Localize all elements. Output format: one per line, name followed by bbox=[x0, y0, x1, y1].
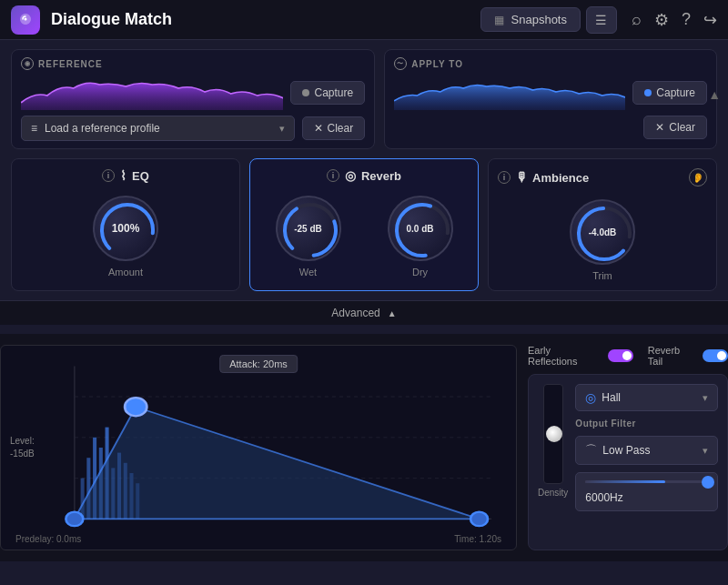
gear-icon[interactable]: ⚙ bbox=[654, 10, 669, 30]
early-reflections-label: Early Reflections bbox=[528, 345, 602, 367]
reference-capture-label: Capture bbox=[314, 86, 353, 99]
help-icon[interactable]: ? bbox=[682, 10, 691, 29]
right-panel: Early Reflections Reverb Tail Density bbox=[528, 345, 728, 550]
eq-knobs: 100% Amount bbox=[21, 196, 230, 277]
filter-chevron-icon: ▾ bbox=[703, 445, 708, 457]
app-title: Dialogue Match bbox=[51, 10, 480, 29]
reverb-wet-value: -25 dB bbox=[294, 224, 322, 234]
freq-track[interactable] bbox=[585, 480, 708, 483]
reverb-wet-knob-bg: -25 dB bbox=[276, 196, 341, 261]
reverb-chart: Attack: 20ms Level: -15dB bbox=[0, 345, 517, 550]
density-slider[interactable] bbox=[543, 384, 563, 484]
snapshots-button[interactable]: ▦ Snapshots bbox=[480, 7, 581, 32]
reference-controls: ≡ Load a reference profile ▾ ✕ Clear bbox=[21, 116, 365, 141]
apply-clear-button[interactable]: ✕ Clear bbox=[643, 116, 707, 139]
attack-badge: Attack: 20ms bbox=[219, 355, 298, 373]
hall-dropdown[interactable]: ◎ Hall ▾ bbox=[575, 384, 718, 411]
ambience-trim-label: Trim bbox=[592, 270, 612, 281]
eq-amount-knob[interactable]: 100% bbox=[93, 196, 158, 261]
snapshots-label: Snapshots bbox=[511, 13, 567, 26]
apply-to-label: 〜 APPLY TO bbox=[394, 57, 707, 70]
ambience-trim-value: -4.0dB bbox=[589, 227, 617, 237]
reverb-info-icon[interactable]: i bbox=[327, 169, 339, 182]
reverb-dry-label: Dry bbox=[412, 267, 428, 277]
capture-dot-active bbox=[644, 89, 652, 96]
listen-icon[interactable]: 👂 bbox=[689, 168, 707, 187]
advanced-toggle[interactable]: Advanced ▲ bbox=[0, 300, 728, 325]
close-icon: ✕ bbox=[314, 122, 323, 135]
apply-capture-button[interactable]: Capture bbox=[632, 81, 707, 105]
early-reflections-toggle[interactable] bbox=[608, 349, 633, 362]
capture-dot bbox=[302, 89, 309, 96]
reference-panel: ◉ REFERENCE bbox=[11, 49, 375, 149]
ambience-header-row: i 🎙 Ambience 👂 bbox=[498, 168, 707, 187]
early-reflections-toggle-group: Early Reflections bbox=[528, 345, 633, 367]
apply-clear-label: Clear bbox=[669, 121, 695, 134]
undo-icon[interactable]: ↩ bbox=[703, 10, 717, 30]
advanced-arrow-icon: ▲ bbox=[388, 308, 397, 318]
ref-apply-row: ◉ REFERENCE bbox=[11, 49, 717, 149]
apply-capture-label: Capture bbox=[656, 86, 695, 99]
ambience-trim-knob[interactable]: -4.0dB bbox=[570, 199, 635, 265]
apply-circle-icon: 〜 bbox=[394, 57, 407, 70]
ambience-module-header: i 🎙 Ambience 👂 bbox=[498, 168, 707, 187]
eq-amount-label: Amount bbox=[108, 267, 143, 277]
reference-clear-button[interactable]: ✕ Clear bbox=[302, 116, 366, 140]
svg-point-26 bbox=[66, 512, 83, 527]
load-profile-dropdown[interactable]: ≡ Load a reference profile ▾ bbox=[21, 116, 295, 141]
reverb-tail-label: Reverb Tail bbox=[648, 345, 697, 367]
svg-point-28 bbox=[470, 512, 488, 527]
apply-section-label: APPLY TO bbox=[411, 59, 463, 69]
reverb-tail-toggle-group: Reverb Tail bbox=[648, 345, 728, 367]
freq-fill bbox=[585, 480, 665, 483]
reverb-tail-toggle[interactable] bbox=[703, 349, 728, 362]
reference-clear-label: Clear bbox=[328, 122, 354, 135]
main-content: ◉ REFERENCE bbox=[0, 40, 728, 334]
eq-amount-group: 100% Amount bbox=[93, 196, 158, 277]
reverb-dry-knob-bg: 0.0 dB bbox=[388, 196, 453, 261]
header: Dialogue Match ▦ Snapshots ☰ ⌕ ⚙ ? ↩ bbox=[0, 0, 728, 40]
ambience-trim-group: -4.0dB Trim bbox=[570, 199, 635, 281]
hall-icon: ◎ bbox=[585, 390, 596, 405]
ambience-label: Ambience bbox=[532, 171, 589, 185]
reverb-dry-value: 0.0 dB bbox=[406, 224, 433, 234]
hall-label: Hall bbox=[602, 391, 621, 404]
low-pass-dropdown[interactable]: ⌒ Low Pass ▾ bbox=[575, 436, 718, 465]
eq-amount-value: 100% bbox=[112, 222, 140, 235]
level-label: Level: -15dB bbox=[10, 435, 35, 460]
chart-labels: Predelay: 0.0ms Time: 1.20s bbox=[1, 534, 516, 544]
load-profile-label: Load a reference profile bbox=[45, 122, 160, 135]
snapshots-icon: ▦ bbox=[494, 14, 504, 26]
eq-module-header: i ⌇ EQ bbox=[21, 168, 230, 183]
apply-controls: ✕ Clear bbox=[394, 116, 707, 139]
modules-row: i ⌇ EQ 100% Amount bbox=[11, 158, 717, 291]
search-icon[interactable]: ⌕ bbox=[632, 10, 642, 29]
toggles-row: Early Reflections Reverb Tail bbox=[528, 345, 728, 367]
ambience-knobs: -4.0dB Trim bbox=[498, 199, 707, 281]
svg-marker-24 bbox=[75, 407, 480, 519]
eq-label: EQ bbox=[132, 169, 149, 183]
menu-button[interactable]: ☰ bbox=[586, 6, 617, 34]
ambience-trim-knob-bg: -4.0dB bbox=[570, 199, 635, 265]
eq-info-icon[interactable]: i bbox=[102, 169, 115, 182]
toggle-dot-purple bbox=[622, 351, 632, 360]
reverb-dry-group: 0.0 dB Dry bbox=[388, 196, 453, 277]
reverb-wet-knob[interactable]: -25 dB bbox=[276, 196, 341, 261]
reference-capture-button[interactable]: Capture bbox=[290, 81, 365, 105]
apply-to-panel: 〜 APPLY TO bbox=[384, 49, 717, 149]
reference-section-label: REFERENCE bbox=[38, 59, 103, 69]
scroll-arrow[interactable]: ▲ bbox=[708, 87, 721, 102]
time-label: Time: 1.20s bbox=[454, 534, 501, 544]
ambience-info-icon[interactable]: i bbox=[498, 171, 511, 184]
apply-waveform bbox=[394, 76, 625, 110]
apply-waveform-row: Capture bbox=[394, 76, 707, 110]
eq-module: i ⌇ EQ 100% Amount bbox=[11, 158, 240, 291]
filter-icon: ⌒ bbox=[585, 442, 597, 459]
svg-point-27 bbox=[125, 398, 147, 416]
header-icons: ⌕ ⚙ ? ↩ bbox=[632, 10, 717, 30]
freq-thumb[interactable] bbox=[702, 476, 714, 489]
reverb-wet-label: Wet bbox=[299, 267, 317, 277]
reverb-dry-knob[interactable]: 0.0 dB bbox=[388, 196, 453, 261]
density-label: Density bbox=[538, 488, 568, 498]
ambience-icon: 🎙 bbox=[516, 170, 529, 185]
